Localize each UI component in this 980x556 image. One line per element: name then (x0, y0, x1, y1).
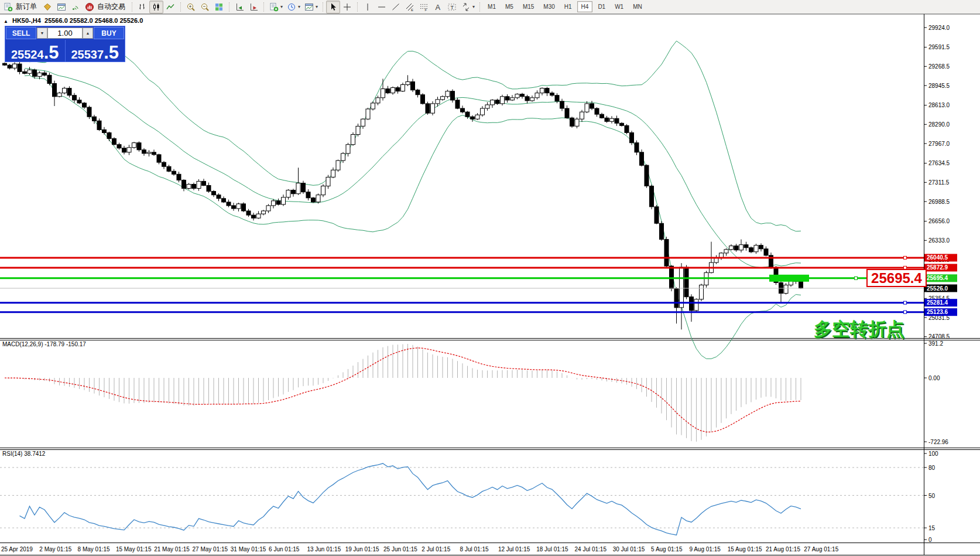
time-tick-label: 21 Aug 01:15 (766, 546, 800, 552)
price-tick-label: 26988.5 (928, 199, 950, 205)
price-tick-label: 28613.0 (928, 102, 950, 108)
macd-tick-label: 391.2 (928, 340, 943, 347)
price-badge-label: 25123.6 (927, 309, 948, 315)
ask-price[interactable]: 25537 .5 (65, 40, 125, 62)
time-tick-label: 30 Jul 01:15 (613, 546, 645, 552)
chart-canvas[interactable]: 29924.029591.529268.528945.528613.028290… (0, 14, 980, 556)
time-tick-label: 5 Aug 01:15 (651, 546, 683, 552)
macd-tick-label: 0.00 (928, 375, 940, 381)
price-badge-label: 25526.0 (927, 285, 948, 292)
price-badge-label: 26040.5 (927, 254, 948, 261)
bid-price-main: 25524 (11, 49, 44, 60)
price-tick-label: 27634.5 (928, 160, 950, 166)
chart-symbol-header: ▲ HK50-,H4 25566.0 25582.0 25468.0 25526… (4, 17, 143, 24)
time-tick-label: 24 Jul 01:15 (575, 546, 607, 552)
time-tick-label: 25 Jun 01:15 (383, 546, 417, 552)
volume-increase-button[interactable]: ▲ (83, 28, 93, 39)
bid-price-frac: .5 (44, 45, 59, 60)
price-tick-label: 28945.5 (928, 83, 950, 89)
rsi-tick-label: 100 (928, 451, 938, 457)
time-tick-label: 2 May 01:15 (39, 546, 71, 552)
rsi-indicator (0, 463, 924, 535)
time-tick-label: 8 May 01:15 (78, 546, 110, 552)
time-tick-label: 18 Jul 01:15 (536, 546, 568, 552)
time-tick-label: 27 May 01:15 (193, 546, 228, 552)
macd-label: MACD(12,26,9) -178.79 -150.17 (2, 341, 86, 347)
time-tick-label: 12 Jul 01:15 (498, 546, 530, 552)
time-tick-label: 9 Aug 01:15 (689, 546, 721, 552)
time-tick-label: 2 Jul 01:15 (422, 546, 450, 552)
ohlc-high: 25582.0 (70, 17, 93, 24)
rsi-tick-label: 50 (928, 493, 936, 499)
price-callout-box[interactable]: 25695.4 (866, 269, 927, 287)
time-tick-label: 19 Jun 01:15 (345, 546, 379, 552)
macd-indicator (5, 344, 801, 442)
price-tick-label: 28290.0 (928, 121, 950, 128)
bid-price[interactable]: 25524 .5 (5, 40, 65, 62)
highlight-zone[interactable] (769, 275, 809, 282)
ohlc-low: 25468.0 (95, 17, 118, 24)
time-tick-label: 21 May 01:15 (154, 546, 190, 552)
buy-button[interactable]: BUY (94, 27, 124, 39)
price-tick-label: 27311.5 (928, 179, 950, 186)
time-tick-label: 15 Aug 01:15 (728, 546, 762, 552)
price-tick-label: 29268.5 (928, 63, 950, 70)
time-tick-label: 31 May 01:15 (231, 546, 266, 552)
panel-borders (0, 14, 980, 555)
candlesticks (3, 62, 803, 330)
line-anchor[interactable] (904, 256, 907, 259)
time-axis[interactable]: 25 Apr 20192 May 01:158 May 01:1515 May … (1, 546, 839, 552)
price-tick-label: 29924.0 (928, 25, 950, 31)
volume-input[interactable]: 1.00 (47, 28, 83, 39)
ask-price-frac: .5 (104, 45, 119, 60)
price-tick-label: 24708.5 (928, 333, 950, 340)
macd-tick-label: -722.96 (928, 439, 948, 445)
collapse-icon[interactable]: ▲ (4, 19, 8, 24)
time-tick-label: 8 Jul 01:15 (460, 546, 489, 552)
ohlc-close: 25526.0 (120, 17, 143, 24)
price-tick-label: 26656.0 (928, 218, 950, 224)
time-tick-label: 25 Apr 2019 (1, 546, 33, 552)
time-tick-label: 15 May 01:15 (116, 546, 152, 552)
price-badge-label: 25281.4 (927, 299, 948, 306)
symbol-period-label: HK50-,H4 (12, 17, 41, 24)
price-tick-label: 29591.5 (928, 44, 950, 50)
mt4-terminal: { "toolbar": { "groups": [ [ {"name":"ne… (0, 0, 980, 556)
sell-button[interactable]: SELL (6, 27, 36, 39)
one-click-trading-panel: SELL ▼ 1.00 ▲ BUY 25524 .5 25537 .5 (5, 26, 125, 62)
rsi-tick-label: 80 (928, 465, 936, 471)
ohlc-open: 25566.0 (44, 17, 68, 24)
time-tick-label: 27 Aug 01:15 (804, 546, 838, 552)
turning-point-annotation[interactable]: 多空转折点 (814, 317, 904, 342)
price-badge-label: 25872.9 (927, 264, 948, 271)
price-tick-label: 26333.0 (928, 237, 950, 244)
line-anchor[interactable] (904, 311, 907, 313)
rsi-label: RSI(14) 38.7412 (2, 451, 45, 457)
line-anchor[interactable] (855, 277, 858, 279)
price-badge-label: 25695.4 (927, 275, 948, 281)
time-tick-label: 6 Jun 01:15 (269, 546, 300, 552)
volume-decrease-button[interactable]: ▼ (37, 28, 47, 39)
price-axis[interactable]: 29924.029591.529268.528945.528613.028290… (924, 25, 957, 544)
price-tick-label: 27967.0 (928, 141, 950, 147)
time-tick-label: 13 Jun 01:15 (307, 546, 341, 552)
rsi-tick-label: 15 (928, 525, 936, 531)
rsi-tick-label: 0 (928, 537, 932, 543)
rsi-line (20, 463, 801, 535)
ask-price-main: 25537 (71, 49, 104, 60)
line-anchor[interactable] (904, 301, 907, 304)
